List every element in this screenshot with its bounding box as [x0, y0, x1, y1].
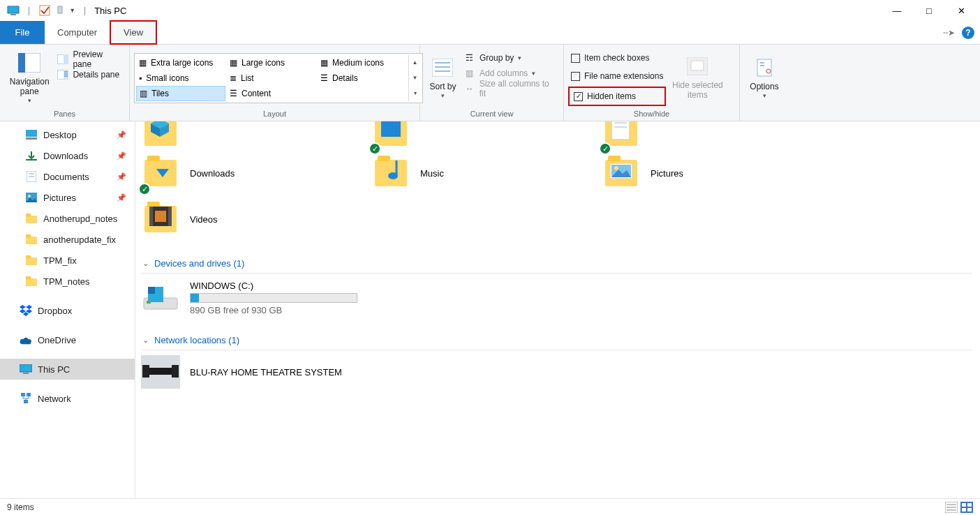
layout-scroll-down[interactable]: ▼	[409, 70, 421, 86]
content-pane[interactable]: 3D Objects ✓ Desktop ✓ Documents ✓ Downl…	[135, 121, 980, 498]
folder-icon	[371, 154, 410, 193]
file-name-extensions-toggle[interactable]: File name extensions	[568, 68, 666, 84]
pc-icon	[7, 4, 20, 17]
section-network-locations[interactable]: ⌄ Network locations (1)	[141, 332, 972, 350]
view-large-icons-icon[interactable]	[960, 502, 973, 513]
svg-rect-29	[26, 216, 37, 223]
tab-view[interactable]: View	[110, 20, 157, 45]
tree-item-documents[interactable]: Documents📌	[0, 166, 135, 187]
layout-more[interactable]: ▾	[409, 86, 421, 101]
group-by-button[interactable]: ☶Group by	[461, 50, 559, 66]
svg-rect-71	[967, 503, 972, 507]
tab-file[interactable]: File	[0, 21, 45, 44]
tree-item-downloads[interactable]: Downloads📌	[0, 145, 135, 166]
svg-rect-3	[58, 6, 62, 13]
navigation-pane-button[interactable]: Navigation pane ▾	[4, 47, 54, 107]
tree-item-desktop[interactable]: Desktop📌	[0, 124, 135, 145]
folder-item-downloads[interactable]: ✓ Downloads	[141, 154, 315, 193]
help-icon[interactable]: ?	[962, 27, 974, 39]
status-bar: 9 items	[0, 498, 980, 515]
svg-rect-1	[10, 14, 16, 15]
svg-rect-30	[26, 214, 31, 216]
tree-item-dropbox[interactable]: Dropbox	[0, 300, 135, 321]
tree-item-folder[interactable]: TPM_notes	[0, 271, 135, 292]
item-check-boxes-toggle[interactable]: Item check boxes	[568, 50, 666, 66]
svg-rect-60	[148, 287, 155, 294]
tree-item-network[interactable]: Network	[0, 388, 135, 409]
svg-rect-45	[381, 121, 401, 137]
downloads-icon	[25, 149, 38, 162]
tree-item-folder[interactable]: Anotherupd_notes	[0, 208, 135, 229]
main-area: Desktop📌 Downloads📌 Documents📌 Pictures📌…	[0, 121, 980, 498]
details-pane-button[interactable]: Details pane	[54, 67, 125, 82]
svg-rect-37	[20, 364, 32, 372]
layout-content[interactable]: ☰Content	[227, 86, 316, 101]
ribbon: Navigation pane ▾ Preview pane Details p…	[0, 45, 980, 121]
title-bar: | ▼ | This PC — □ ✕	[0, 0, 980, 21]
svg-rect-23	[26, 159, 37, 161]
minimize-ribbon-icon[interactable]: ╌➤	[943, 28, 955, 38]
qat-dropdown-icon[interactable]: ▼	[69, 7, 75, 14]
svg-rect-41	[24, 400, 28, 403]
ribbon-tabs: File Computer View ╌➤ ?	[0, 21, 980, 45]
preview-pane-button[interactable]: Preview pane	[54, 52, 125, 67]
layout-list[interactable]: ≣List	[227, 70, 316, 86]
close-button[interactable]: ✕	[945, 0, 977, 21]
svg-rect-21	[26, 130, 37, 137]
layout-small[interactable]: ▪Small icons	[136, 70, 225, 86]
svg-point-52	[614, 166, 618, 170]
folder-item-desktop[interactable]: ✓ Desktop	[371, 121, 546, 147]
svg-rect-36	[26, 276, 31, 279]
layout-tiles[interactable]: ▥Tiles	[136, 86, 225, 101]
drive-name: WINDOWS (C:)	[190, 281, 357, 291]
folder-item-3d-objects[interactable]: 3D Objects	[141, 121, 315, 147]
navigation-tree[interactable]: Desktop📌 Downloads📌 Documents📌 Pictures📌…	[0, 121, 135, 498]
svg-rect-35	[26, 278, 37, 286]
folder-item-pictures[interactable]: Pictures	[602, 154, 776, 193]
network-location-item[interactable]: BLU-RAY HOME THEATRE SYSTEM	[141, 357, 972, 387]
section-devices-and-drives[interactable]: ⌄ Devices and drives (1)	[141, 255, 972, 274]
svg-rect-73	[967, 508, 972, 512]
layout-gallery[interactable]: ▦Extra large icons ▪Small icons ▥Tiles ▦…	[134, 53, 423, 103]
hide-selected-items-button: Hide selected items	[666, 47, 729, 107]
network-icon	[20, 392, 32, 405]
drive-item-c[interactable]: WINDOWS (C:) 890 GB free of 930 GB	[141, 281, 972, 315]
folder-item-videos[interactable]: Videos	[141, 200, 315, 239]
tree-item-folder[interactable]: TPM_fix	[0, 250, 135, 271]
layout-large[interactable]: ▦Large icons	[227, 55, 316, 70]
tab-computer[interactable]: Computer	[45, 21, 110, 44]
folder-icon	[25, 233, 38, 246]
svg-point-28	[28, 195, 31, 197]
svg-point-49	[388, 172, 398, 179]
pin-icon: 📌	[117, 193, 126, 202]
options-button[interactable]: Options ▾	[744, 47, 785, 107]
folder-icon	[141, 121, 180, 152]
folder-item-documents[interactable]: ✓ Documents	[602, 121, 776, 147]
svg-rect-31	[26, 237, 37, 244]
tree-item-pictures[interactable]: Pictures📌	[0, 187, 135, 208]
tree-item-this-pc[interactable]: This PC	[0, 359, 135, 380]
drive-free-text: 890 GB free of 930 GB	[190, 305, 357, 315]
svg-rect-54	[149, 207, 153, 226]
svg-rect-38	[23, 373, 29, 374]
tree-item-folder[interactable]: anotherupdate_fix	[0, 229, 135, 250]
layout-details[interactable]: ☰Details	[318, 70, 407, 86]
chevron-down-icon: ⌄	[142, 336, 149, 345]
tree-item-onedrive[interactable]: OneDrive	[0, 329, 135, 350]
layout-scroll-up[interactable]: ▲	[409, 55, 421, 70]
folder-icon: ✓	[602, 121, 641, 152]
qat-menu-icon[interactable]	[54, 4, 66, 17]
chevron-down-icon: ⌄	[142, 259, 149, 268]
svg-rect-56	[155, 211, 166, 222]
svg-rect-63	[142, 365, 149, 378]
folder-icon	[25, 254, 38, 267]
minimize-button[interactable]: —	[881, 0, 913, 21]
maximize-button[interactable]: □	[913, 0, 945, 21]
properties-check-icon[interactable]	[38, 4, 51, 17]
layout-medium[interactable]: ▦Medium icons	[318, 55, 407, 70]
layout-extra-large[interactable]: ▦Extra large icons	[136, 55, 225, 70]
hidden-items-toggle[interactable]: Hidden items	[571, 89, 663, 104]
sort-by-button[interactable]: Sort by ▾	[424, 47, 461, 107]
view-details-icon[interactable]	[945, 502, 958, 513]
folder-item-music[interactable]: Music	[371, 154, 546, 193]
